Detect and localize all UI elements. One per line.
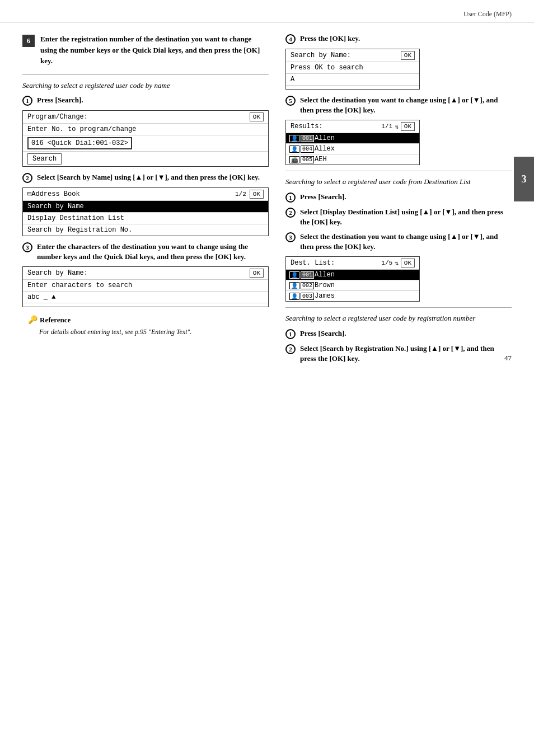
substep-sbn-1: 1 Press [Search]. [22,95,269,106]
key-icon: 🔑 [28,315,38,325]
page-number: 47 [504,354,512,363]
substep-rn-1: 1 Press [Search]. [285,328,512,339]
substep-dl-2-num: 2 [285,208,296,218]
tab-marker: 3 [514,157,534,201]
screen-press-ok: Search by Name: OK Press OK to search A [285,49,420,90]
left-column: 6 Enter the registration number of the d… [22,34,269,368]
substep-sbn-1-num: 1 [22,96,32,106]
screen1-row2: Enter No. to program/change [23,124,268,135]
screen4-row4 [286,86,419,89]
screen2-row4: Search by Registration No. [23,224,268,236]
substep-5-num: 5 [285,96,296,106]
dest-item-allen: 👤 001 Allen [286,270,419,280]
substep-sbn-3: 3 Enter the characters of the destinatio… [22,242,269,262]
screen1-row3: 016 <Quick Dial:001-032> [23,135,268,152]
right-column: 4 Press the [OK] key. Search by Name: OK… [285,34,512,368]
screen4-row2: Press OK to search [286,62,419,74]
step6-intro: 6 Enter the registration number of the d… [22,34,269,67]
screen1-row1: Program/Change: OK [23,111,268,124]
substep-dl-3: 3 Select the destination you want to cha… [285,232,512,252]
search-by-name-title: Searching to select a registered user co… [22,81,269,91]
screen3-row4 [23,303,268,307]
page-header: User Code (MFP) [0,0,534,22]
substep-dl-3-num: 3 [285,232,296,242]
substep-sbn-2: 2 Select [Search by Name] using [▲] or [… [22,172,269,183]
screen3-row3: abc _ ▲ [23,292,268,303]
screen-program-change: Program/Change: OK Enter No. to program/… [22,110,269,167]
screen1-row4: Search [23,152,268,166]
substep-rn-2-num: 2 [285,344,296,354]
substep-5: 5 Select the destination you want to cha… [285,95,512,115]
substep-rn-1-num: 1 [285,329,296,339]
substep-sbn-2-num: 2 [22,173,32,183]
person-icon-dl-2: 👤 [289,282,299,289]
step6-text: Enter the registration number of the des… [40,34,269,67]
reference-block: 🔑 Reference For details about entering t… [28,315,269,337]
substep-dl-1-num: 1 [285,192,296,203]
substep-rn-2: 2 Select [Search by Registration No.] us… [285,344,512,364]
step6-number: 6 [22,35,35,47]
divider-right-2 [285,307,512,308]
header-title: User Code (MFP) [463,10,512,18]
dest-list-title: Searching to select a registered user co… [285,177,512,187]
substep-5-label: Select the destination you want to chang… [300,95,512,115]
addr-book-label: ⊟Address Book [27,190,80,198]
substep-dl-2-label: Select [Display Destination List] using … [300,207,512,227]
screen-results: Results: 1/1 ⇅ OK 👤 001 Allen 👤 004 Alle… [285,120,420,165]
substep-dl-2: 2 Select [Display Destination List] usin… [285,207,512,227]
results-header: Results: 1/1 ⇅ OK [286,120,419,133]
screen2-row2: Search by Name [23,201,268,213]
substep-dl-1-label: Press [Search]. [300,192,346,202]
substep-sbn-3-label: Enter the characters of the destination … [37,242,269,262]
substep-4: 4 Press the [OK] key. [285,34,512,44]
result-item-allex: 👤 004 Allex [286,144,419,154]
substep-rn-2-label: Select [Search by Registration No.] usin… [300,344,512,364]
screen2-row1: ⊟Address Book 1/2 OK [23,188,268,201]
substep-rn-1-label: Press [Search]. [300,328,346,339]
result-item-allen: 👤 001 Allen [286,133,419,144]
reg-num-title: Searching to select a registered user co… [285,313,512,323]
dest-item-james: 👤 003 James [286,291,419,301]
substep-4-label: Press the [OK] key. [300,34,360,44]
fax-icon: 📠 [289,156,299,163]
dest-item-brown: 👤 002 Brown [286,280,419,291]
substep-sbn-3-num: 3 [22,242,32,252]
screen3-row1: Search by Name: OK [23,267,268,280]
result-item-aeh: 📠 005 AEH [286,154,419,165]
substep-sbn-1-label: Press [Search]. [37,95,83,105]
person-icon-2: 👤 [289,145,299,153]
person-icon-dl-1: 👤 [289,271,299,279]
substep-dl-1: 1 Press [Search]. [285,192,512,203]
substep-dl-3-label: Select the destination you want to chang… [300,232,512,252]
person-icon-dl-3: 👤 [289,293,299,300]
screen4-row3: A [286,74,419,86]
screen-dest-list: Dest. List: 1/5 ⇅ OK 👤 001 Allen 👤 002 B… [285,256,420,302]
reference-title: 🔑 Reference [28,315,269,325]
tab-label: 3 [522,173,527,185]
substep-sbn-2-label: Select [Search by Name] using [▲] or [▼]… [37,172,260,182]
screen2-page: 1/2 [235,191,246,198]
person-icon-1: 👤 [289,135,299,142]
screen4-row1: Search by Name: OK [286,49,419,62]
substep-4-num: 4 [285,34,296,44]
screen-address-book: ⊟Address Book 1/2 OK Search by Name Disp… [22,187,269,236]
divider-right-1 [285,171,512,171]
screen3-row2: Enter characters to search [23,280,268,292]
screen2-row3: Display Destination List [23,213,268,224]
dest-list-header: Dest. List: 1/5 ⇅ OK [286,257,419,270]
reference-text: For details about entering text, see p.9… [39,327,269,337]
divider-1 [22,74,269,75]
screen-search-name: Search by Name: OK Enter characters to s… [22,266,269,307]
